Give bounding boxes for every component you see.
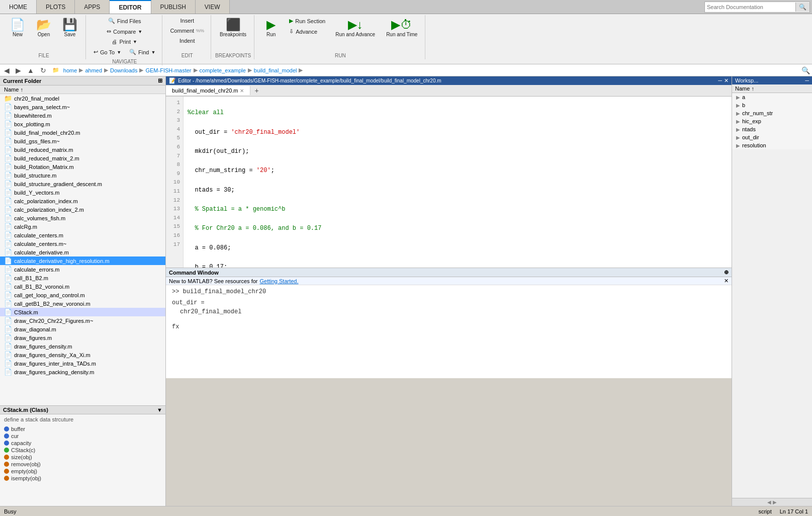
file-item-call-get-loop[interactable]: 📄 call_get_loop_and_control.m (0, 291, 165, 299)
file-item-build-rotation[interactable]: 📄 build_Rotation_Matrix.m (0, 162, 165, 171)
workspace-scrollbar-bottom[interactable]: ◀ ▶ (732, 498, 812, 506)
workspace-item-ntads[interactable]: ▶ ntads (732, 125, 812, 133)
addr-downloads[interactable]: Downloads (110, 67, 137, 73)
addr-home[interactable]: home (63, 67, 77, 73)
method-remove[interactable]: remove(obj) (4, 461, 161, 468)
new-button[interactable]: 📄 New (5, 16, 30, 40)
file-item-call-getb1[interactable]: 📄 call_getB1_B2_new_voronoi.m (0, 299, 165, 308)
file-item-calc-pol2[interactable]: 📄 calc_polarization_index_2.m (0, 205, 165, 214)
breakpoints-button[interactable]: ⬛ Breakpoints (215, 16, 251, 40)
file-item-build-reduced[interactable]: 📄 build_reduced_matrix.m (0, 145, 165, 154)
compare-dropdown-icon: ▼ (138, 29, 142, 34)
compare-button[interactable]: ⇔ Compare ▼ (103, 27, 146, 36)
file-item-calc-errors[interactable]: 📄 calculate_errors.m (0, 265, 165, 274)
tab-apps[interactable]: APPS (75, 0, 110, 14)
workspace-item-resolution[interactable]: ▶ resolution (732, 141, 812, 149)
addr-gem-fish[interactable]: GEM-FISH-master (145, 67, 191, 73)
file-item-build-final[interactable]: 📄 build_final_model_chr20.m (0, 128, 165, 137)
method-cur[interactable]: cur (4, 433, 161, 440)
file-item-draw-diagonal[interactable]: 📄 draw_diagonal.m (0, 325, 165, 333)
file-item-draw-figures[interactable]: 📄 draw_figures.m (0, 333, 165, 342)
tab-home[interactable]: HOME (0, 0, 37, 14)
insert-button[interactable]: Insert (177, 16, 198, 25)
open-button[interactable]: 📂 Open (31, 16, 56, 40)
file-item-cstack[interactable]: 📄 CStack.m (0, 308, 165, 316)
file-item-calc-volumes[interactable]: 📄 calc_volumes_fish.m (0, 214, 165, 222)
advance-button[interactable]: ⇩ Advance (286, 27, 329, 36)
file-item-call-b1-b2[interactable]: 📄 call_B1_B2.m (0, 274, 165, 282)
details-collapse-icon[interactable]: ▼ (157, 407, 162, 413)
workspace-item-out-dir[interactable]: ▶ out_dir (732, 133, 812, 141)
search-documentation-input[interactable] (705, 3, 795, 11)
file-item-build-structure-gd[interactable]: 📄 build_structure_gradient_descent.m (0, 180, 165, 188)
file-item-calcrg[interactable]: 📄 calcRg.m (0, 222, 165, 231)
file-item-draw-figures-inter[interactable]: 📄 draw_figures_inter_intra_TADs.m (0, 359, 165, 368)
workspace-item-chr-num-str[interactable]: ▶ chr_num_str (732, 109, 812, 117)
workspace-item-hic-exp[interactable]: ▶ hic_exp (732, 117, 812, 125)
go-to-button[interactable]: ↩ Go To ▼ (90, 47, 125, 57)
find-button[interactable]: 🔍 Find ▼ (126, 47, 159, 57)
print-button[interactable]: 🖨 Print ▼ (108, 37, 141, 46)
file-item-calc-deriv[interactable]: 📄 calculate_derivative.m (0, 248, 165, 256)
file-item-build-y[interactable]: 📄 build_Y_vectors.m (0, 188, 165, 197)
editor-close-button[interactable]: ✕ (724, 77, 729, 84)
code-content[interactable]: %clear all out_dir = 'chr20_final_model'… (184, 97, 732, 268)
workspace-item-b[interactable]: ▶ b (732, 101, 812, 109)
editor-tab-build-final[interactable]: build_final_model_chr20.m ✕ (166, 86, 250, 95)
forward-button[interactable]: ▶ (14, 66, 23, 75)
workspace-header[interactable]: Name ↑ (732, 84, 812, 93)
file-item-bayes[interactable]: 📄 bayes_para_select.m~ (0, 103, 165, 111)
editor-minimize-button[interactable]: ─ (718, 77, 722, 84)
file-item-draw-figures-density[interactable]: 📄 draw_figures_density.m (0, 342, 165, 351)
file-item-draw-figures-packing[interactable]: 📄 draw_figures_packing_density.m (0, 368, 165, 376)
file-item-calc-deriv-high[interactable]: 📄 calculate_derivative_high_resolution.m (0, 256, 165, 265)
cmd-expand-icon[interactable]: ⊕ (724, 269, 729, 276)
run-section-button[interactable]: ▶ Run Section (286, 16, 329, 26)
file-item-draw-figures-density-xa[interactable]: 📄 draw_figures_density_Xa_Xi.m (0, 351, 165, 359)
addr-ahmed[interactable]: ahmed (85, 67, 102, 73)
method-isempty[interactable]: isempty(obj) (4, 475, 161, 482)
tab-plots[interactable]: PLOTS (37, 0, 75, 14)
method-empty[interactable]: empty(obj) (4, 468, 161, 475)
tab-publish[interactable]: PUBLISH (151, 0, 196, 14)
tab-view[interactable]: VIEW (196, 0, 230, 14)
run-and-time-button[interactable]: ▶⏱ Run and Time (382, 16, 422, 40)
editor-tab-close[interactable]: ✕ (240, 88, 244, 94)
file-item-bluewhitered[interactable]: 📄 bluewhitered.m (0, 111, 165, 120)
file-item-build-structure[interactable]: 📄 build_structure.m (0, 171, 165, 180)
file-item-calc-centers-tilde[interactable]: 📄 calculate_centers.m~ (0, 239, 165, 248)
workspace-item-a[interactable]: ▶ a (732, 93, 812, 101)
file-item-calc-pol[interactable]: 📄 calc_polarization_index.m (0, 197, 165, 205)
addr-build-final-model[interactable]: build_final_model (254, 67, 297, 73)
comment-button[interactable]: Comment %% (166, 26, 208, 35)
up-button[interactable]: ▲ (25, 66, 36, 75)
cmd-close-button[interactable]: ✕ (724, 278, 729, 284)
file-item-draw-chr20[interactable]: 📄 draw_Chr20_Chr22_Figures.m~ (0, 316, 165, 325)
file-item-folder-chr20[interactable]: 📁 chr20_final_model (0, 94, 165, 103)
code-area[interactable]: 1 2 3 4 5 6 7 8 9 10 11 12 13 14 (166, 97, 732, 268)
run-button[interactable]: ▶ Run (258, 16, 284, 40)
ws-minimize-icon[interactable]: ─ (805, 77, 809, 83)
editor-tab-add[interactable]: + (250, 85, 262, 96)
cmd-getting-started-link[interactable]: Getting Started. (259, 278, 298, 284)
run-and-advance-button[interactable]: ▶↓ Run and Advance (331, 16, 380, 40)
method-size[interactable]: size(obj) (4, 454, 161, 461)
back-button[interactable]: ◀ (2, 66, 12, 75)
file-list-header[interactable]: Name ↑ (0, 85, 165, 94)
find-files-button[interactable]: 🔍 Find Files (105, 16, 145, 26)
method-buffer[interactable]: buffer (4, 425, 161, 433)
refresh-button[interactable]: ↻ (38, 66, 48, 75)
addr-complete-example[interactable]: complete_example (200, 67, 246, 73)
file-item-call-b1-b2-voronoi[interactable]: 📄 call_B1_B2_voronoi.m (0, 282, 165, 291)
file-item-calc-centers[interactable]: 📄 calculate_centers.m (0, 231, 165, 239)
search-documentation-button[interactable]: 🔍 (795, 3, 809, 12)
file-item-build-gss[interactable]: 📄 build_gss_files.m~ (0, 137, 165, 145)
method-cstack[interactable]: CStack(c) (4, 447, 161, 454)
tab-editor[interactable]: EDITOR (110, 0, 151, 14)
cmd-body[interactable]: >> build_final_model_chr20 out_dir = chr… (166, 285, 732, 378)
save-button[interactable]: 💾 Save (57, 16, 82, 40)
file-item-box-plotting[interactable]: 📄 box_plotting.m (0, 120, 165, 128)
indent-button[interactable]: Indent (176, 36, 199, 45)
file-item-build-reduced2[interactable]: 📄 build_reduced_matrix_2.m (0, 154, 165, 162)
method-capacity[interactable]: capacity (4, 440, 161, 447)
